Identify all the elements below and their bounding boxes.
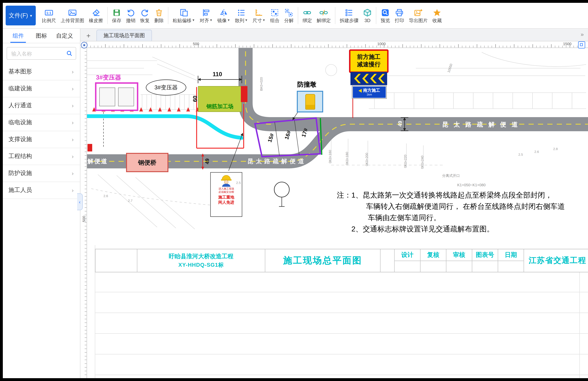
sidebar-item-pedestrian[interactable]: 人行通道›	[3, 97, 80, 114]
sidebar-item-support[interactable]: 支撑设施›	[3, 131, 80, 148]
transformer-ellipse-label[interactable]: 3#变压器	[146, 80, 186, 95]
note-line: 注：1、昆太路第一次交通转换将线路起点至桥梁终点段全部封闭，	[337, 190, 565, 201]
road-label-lower: 昆 太 路 疏 解 便 道	[248, 158, 304, 166]
toolbar-button-redo[interactable]: 恢复	[138, 3, 152, 28]
chevron-right-icon: ›	[72, 187, 74, 193]
document-tabbar: + 施工现场总平面图 »	[81, 29, 588, 42]
chainage-label: 0K0+180	[345, 152, 349, 165]
toolbar-button-paste-offset[interactable]: 粘贴偏移▼	[170, 3, 197, 28]
toolbar-button-scale[interactable]: 1:1 比例尺	[40, 3, 58, 28]
title-block[interactable]: 盱眙县淮河大桥改造工程 XY-HHDQ-SG1标 施工现场总平面图 设计 复核 …	[95, 249, 588, 272]
field-label: 复核	[420, 249, 446, 261]
chevron-right-icon: ›	[72, 136, 74, 143]
toolbar-button-save[interactable]: 保存	[110, 3, 124, 28]
red-banner-sign[interactable]	[241, 86, 248, 102]
chevron-right-icon: ›	[72, 68, 74, 75]
toolbar-button-export-image[interactable]: 导出图片	[407, 3, 430, 28]
toolbar-label: 对齐	[200, 18, 209, 23]
toolbar-button-group[interactable]: 组合	[268, 3, 282, 28]
worker-safety-sign[interactable]: 进入施工现场必须戴安全帽 施工重地闲人免进	[210, 172, 242, 217]
toolbar-label: 解绑定	[317, 18, 331, 23]
new-tab-button[interactable]: +	[84, 30, 93, 41]
sidebar-item-basic-shapes[interactable]: 基本图形›	[3, 64, 80, 81]
chainage-label: 0K0+200	[365, 153, 368, 166]
toolbar-label: 散列	[235, 18, 244, 23]
sidebar-tab-icons[interactable]: 图标	[30, 29, 53, 43]
toolbar-button-favorite[interactable]: 收藏	[430, 3, 444, 28]
toolbar-button-delete[interactable]: 删除	[152, 3, 166, 28]
anti-collision-label[interactable]: 防撞墩	[297, 81, 316, 89]
toolbar-button-bind[interactable]: 绑定	[300, 3, 314, 28]
sidebar-collapse-handle[interactable]: ‹	[77, 193, 83, 210]
contract-number: XY-HHDQ-SG1标	[178, 261, 224, 269]
toolbar-button-eraser[interactable]: 橡皮擦	[86, 3, 105, 28]
sign-line: 施工重地	[218, 195, 234, 199]
south-construction-sign[interactable]: 南方施工 1km	[352, 86, 386, 98]
site-plan-canvas[interactable]: 解便道 昆 太 路 疏 解 便 道 昆 太 路 疏 解 便 道 3#变压器 3#…	[86, 47, 588, 378]
chainage-label: 分离式开口	[442, 173, 460, 178]
sidebar-item-workers[interactable]: 施工人员›	[3, 182, 80, 199]
toolbar-button-undo[interactable]: 撤销	[124, 3, 138, 28]
cube-icon	[363, 8, 372, 17]
canvas-column: + 施工现场总平面图 » 500 1000 1500 500	[81, 29, 588, 378]
drawing-notes[interactable]: 注：1、昆太路第一次交通转换将线路起点至桥梁终点段全部封闭， 车辆转入右侧疏解便…	[337, 190, 565, 235]
title-block-project: 盱眙县淮河大桥改造工程 XY-HHDQ-SG1标	[137, 249, 265, 272]
main-area: 组件 图标 自定义 基本图形› 临建设施› 人行通道› 临电设施› 支撑设施› …	[3, 29, 588, 378]
toolbar-button-preview[interactable]: 预览	[378, 3, 392, 28]
search-icon[interactable]	[66, 50, 72, 56]
toolbar-button-size[interactable]: 尺寸▼	[250, 3, 268, 28]
locate-origin-button[interactable]	[81, 42, 87, 48]
chevron-down-icon: ▼	[245, 19, 248, 22]
star-icon	[433, 8, 441, 17]
rebar-yard-label: 钢筋加工场	[198, 103, 241, 110]
chevron-direction-sign[interactable]	[350, 72, 387, 85]
document-tab[interactable]: 施工现场总平面图	[96, 30, 152, 41]
file-menu-button[interactable]: 文件(F) ▼	[6, 6, 36, 25]
transformer-cell	[99, 87, 115, 106]
title-block-org: 江苏省交通工程	[524, 249, 588, 272]
toolbar-button-print[interactable]: 打印	[392, 3, 407, 28]
steel-bridge[interactable]: 钢便桥	[126, 153, 168, 172]
app: 文件(F) ▼ 1:1 比例尺 上传背景图 橡皮擦 保存 撤销 恢复	[3, 3, 588, 378]
sidebar-tab-components[interactable]: 组件	[7, 29, 30, 43]
toolbar-button-unbind[interactable]: 解绑定	[314, 3, 333, 28]
project-name: 盱眙县淮河大桥改造工程	[169, 253, 233, 261]
elevation-number: 2.6	[534, 150, 539, 153]
sidebar-search-box	[7, 47, 76, 60]
toolbar-button-3d[interactable]: 3D	[361, 3, 374, 28]
plus-icon: +	[86, 31, 90, 39]
dimension-ruler-icon	[255, 8, 263, 17]
toolbar-label: 组合	[270, 18, 279, 23]
category-label: 支撑设施	[8, 135, 32, 144]
sidebar-item-temp-facilities[interactable]: 临建设施›	[3, 81, 80, 97]
construction-ahead-sign[interactable]: 前方施工 减速慢行	[349, 49, 389, 73]
sidebar-tab-custom[interactable]: 自定义	[53, 29, 76, 43]
double-chevron-right-icon: »	[581, 31, 584, 38]
toolbar-button-scatter[interactable]: 散列▼	[232, 3, 250, 28]
transformer-box[interactable]	[95, 82, 138, 111]
toolbar-label: 橡皮擦	[89, 18, 103, 23]
field-label: 日期	[498, 249, 524, 261]
toolbar-button-build-steps[interactable]: 拆建步骤	[337, 3, 361, 28]
rebar-yard-area[interactable]: 钢筋加工场	[198, 86, 242, 112]
dimension-110: 110	[213, 71, 222, 78]
toolbar-button-mirror[interactable]: 镜像▼	[215, 3, 233, 28]
toolbar-label: 收藏	[432, 18, 442, 23]
title-block-cell-empty	[380, 249, 394, 272]
sidebar-item-protection[interactable]: 防护设施›	[3, 165, 80, 182]
scale-ruler-icon: 1:1	[45, 8, 53, 17]
sidebar-item-structure[interactable]: 工程结构›	[3, 148, 80, 165]
toolbar-button-align[interactable]: 对齐▼	[197, 3, 215, 28]
chevron-down-icon: ▼	[210, 19, 213, 22]
toolbar-button-upload-background[interactable]: 上传背景图	[58, 3, 86, 28]
transformer-text-label[interactable]: 3#变压器	[96, 73, 121, 82]
export-image-icon	[414, 8, 422, 17]
tab-overflow-button[interactable]: »	[581, 31, 584, 38]
toolbar-button-ungroup[interactable]: 分解	[282, 3, 296, 28]
chevron-down-icon: ▼	[262, 19, 265, 22]
search-input[interactable]	[10, 50, 64, 57]
sidebar-item-temp-power[interactable]: 临电设施›	[3, 114, 80, 131]
app-window: 文件(F) ▼ 1:1 比例尺 上传背景图 橡皮擦 保存 撤销 恢复	[0, 0, 588, 381]
anti-collision-pier[interactable]	[297, 91, 323, 112]
fit-screen-button[interactable]	[578, 42, 585, 48]
